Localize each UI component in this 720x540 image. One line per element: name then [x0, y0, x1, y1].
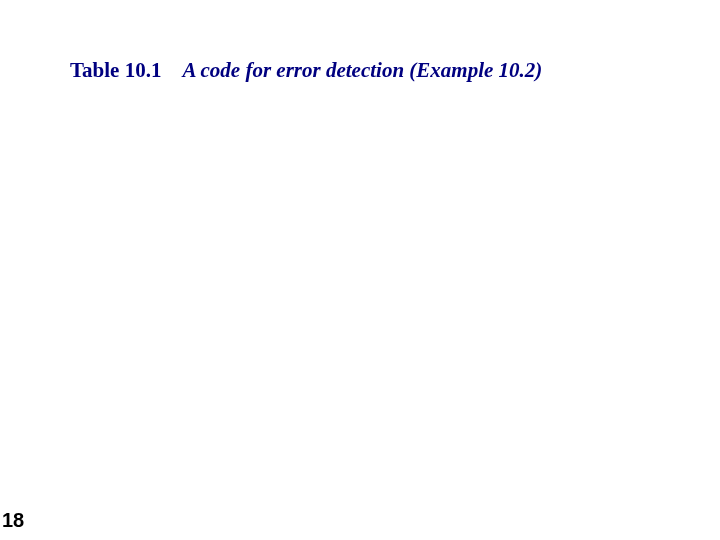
table-caption: Table 10.1 A code for error detection (E…: [70, 58, 542, 83]
page-number: 18: [2, 509, 24, 532]
table-label: Table 10.1: [70, 58, 161, 82]
table-caption-text: A code for error detection (Example 10.2…: [182, 58, 542, 82]
